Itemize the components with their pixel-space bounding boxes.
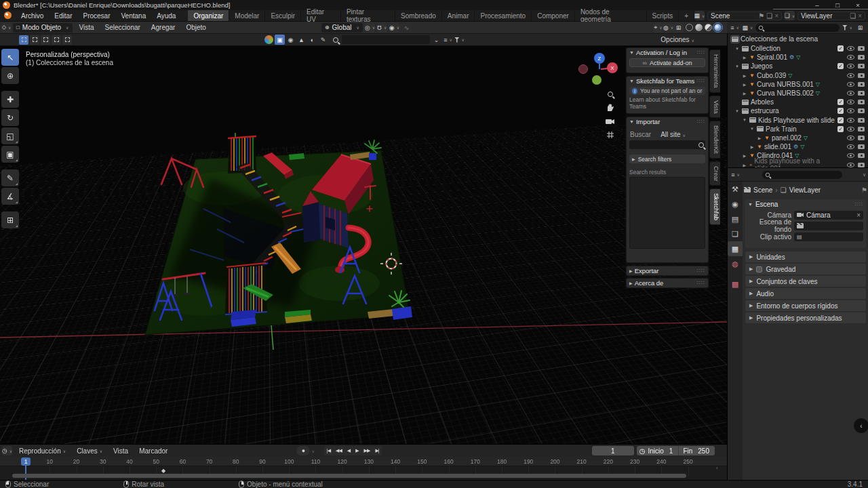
- new-collection-button[interactable]: ⊞: [855, 23, 865, 33]
- disable-in-render-icon[interactable]: [858, 163, 865, 167]
- shading-material-icon[interactable]: [705, 24, 712, 31]
- timeline-ruler[interactable]: 1020304050607080901001101201301401501601…: [0, 457, 727, 466]
- jump-to-start-button[interactable]: |◀: [324, 448, 333, 453]
- disclosure-collapsed-icon[interactable]: ▶: [742, 163, 747, 167]
- collection-checkbox[interactable]: ✓: [837, 126, 844, 132]
- panel-import-header[interactable]: ▼Importar∷∷: [627, 117, 708, 126]
- mode-selector[interactable]: □ Modo Objeto: [13, 23, 73, 33]
- playhead-line[interactable]: [25, 466, 26, 481]
- cursor-tool[interactable]: ⊕: [1, 67, 19, 84]
- prev-frame-button[interactable]: ◀: [344, 448, 353, 453]
- region-expand-button[interactable]: ‹: [853, 418, 868, 434]
- blender-menu-icon[interactable]: [0, 12, 16, 20]
- current-frame-field[interactable]: 1: [592, 446, 634, 455]
- restore-button[interactable]: □: [827, 1, 848, 9]
- disable-in-render-icon[interactable]: [858, 73, 865, 78]
- outliner-item[interactable]: ▶▼Cubo.039▽: [728, 71, 868, 80]
- outliner-item[interactable]: ▼Kids Playhouse with slide✓: [728, 116, 868, 125]
- xray-toggle-icon[interactable]: ⊞: [673, 23, 684, 33]
- disclosure-collapsed-icon[interactable]: ▶: [742, 82, 747, 87]
- outliner-item[interactable]: ▶▼Curva NURBS.001▽: [728, 80, 868, 89]
- breadcrumb-viewlayer[interactable]: ViewLayer: [789, 186, 821, 194]
- unlink-scene-icon[interactable]: ×: [774, 12, 778, 20]
- asset-type-scene-icon[interactable]: ▲: [296, 35, 307, 45]
- properties-panel-propiedades-personalizadas[interactable]: ▶Propiedades personalizadas: [745, 312, 866, 323]
- menu-editar[interactable]: Editar: [49, 10, 77, 21]
- add-workspace-button[interactable]: +: [679, 10, 694, 21]
- clear-camera-icon[interactable]: ×: [856, 211, 861, 219]
- disable-in-render-icon[interactable]: [858, 108, 865, 113]
- viewport-menu-objeto[interactable]: Objeto: [180, 24, 211, 31]
- disable-in-render-icon[interactable]: [858, 127, 865, 131]
- outliner-scene-icon[interactable]: ▦: [743, 23, 753, 33]
- select-mode-1[interactable]: [30, 35, 39, 45]
- shading-rendered-icon[interactable]: [714, 24, 722, 31]
- timeline-menu-marcador[interactable]: Marcador: [134, 447, 173, 455]
- disclosure-expanded-icon[interactable]: ▼: [734, 109, 740, 113]
- scene-panel-header[interactable]: ▼Escena ∷∷: [745, 199, 866, 209]
- outliner-item[interactable]: ▼estrucura✓: [728, 106, 868, 115]
- ortho-grid-icon[interactable]: [604, 129, 616, 141]
- workspace-tab-organizar[interactable]: Organizar: [188, 10, 229, 21]
- scene-collection-row[interactable]: Colecciones de la escena: [728, 34, 868, 44]
- end-frame-field[interactable]: 250: [692, 447, 715, 455]
- collection-checkbox[interactable]: ✓: [837, 45, 844, 52]
- playhead-chip[interactable]: 1: [21, 458, 31, 466]
- timeline-editor-type-icon[interactable]: ◷: [2, 446, 12, 455]
- disclosure-collapsed-icon[interactable]: ▶: [742, 153, 747, 158]
- workspace-tab-animar[interactable]: Animar: [442, 10, 475, 21]
- shading-solid-icon[interactable]: [695, 24, 703, 31]
- properties-options-icon[interactable]: ∨: [863, 172, 866, 178]
- menu-ayuda[interactable]: Ayuda: [151, 10, 181, 21]
- asset-type-model-icon[interactable]: ▣: [275, 35, 285, 45]
- workspace-tab-esculpir[interactable]: Esculpir: [265, 10, 301, 21]
- disclosure-collapsed-icon[interactable]: ▶: [742, 55, 747, 60]
- outliner-search-field[interactable]: [755, 24, 840, 32]
- disclosure-collapsed-icon[interactable]: ▶: [742, 73, 747, 78]
- properties-tab-output[interactable]: ▤: [728, 211, 743, 226]
- sidebar-tab-vista[interactable]: Vista: [709, 96, 720, 119]
- pan-hand-icon[interactable]: [604, 102, 616, 114]
- disclosure-expanded-icon[interactable]: ▼: [749, 127, 755, 131]
- collection-checkbox[interactable]: ✓: [837, 63, 844, 69]
- disable-in-render-icon[interactable]: [858, 100, 865, 104]
- disable-in-render-icon[interactable]: [858, 64, 865, 68]
- disable-in-render-icon[interactable]: [858, 46, 865, 51]
- outliner-item[interactable]: ▶+Kids playhouse with a slide.001: [728, 160, 868, 167]
- new-viewlayer-icon[interactable]: ❏: [850, 12, 856, 20]
- rotate-tool[interactable]: ↻: [1, 109, 19, 126]
- sidebar-tab-sketchfab[interactable]: Sketchfab: [709, 188, 720, 225]
- keying-set-dropdown-icon[interactable]: ∨: [311, 449, 314, 453]
- shading-wireframe-icon[interactable]: [686, 24, 693, 31]
- panel-checkbox[interactable]: [756, 266, 762, 272]
- sidebar-tab-blenderkit[interactable]: BlenderKit: [709, 121, 720, 159]
- menu-archivo[interactable]: Archivo: [16, 10, 49, 21]
- hide-in-viewport-icon[interactable]: [847, 82, 854, 87]
- sidebar-tab-crear[interactable]: Crear: [709, 161, 720, 186]
- viewport-3d[interactable]: Personalizada (perspectiva) (1) Coleccio…: [0, 46, 727, 444]
- timeline-menu-reproducción[interactable]: Reproducción: [14, 447, 71, 455]
- camera-field[interactable]: Cámara ×: [794, 211, 863, 220]
- workspace-tab-nodos-de-geometría[interactable]: Nodos de geometría: [575, 10, 647, 21]
- panel-export-header[interactable]: ▶Exportar∷∷: [627, 266, 708, 275]
- jump-to-end-button[interactable]: ▶|: [372, 448, 381, 453]
- tool-options-dropdown[interactable]: Opciones: [660, 36, 694, 43]
- disclosure-collapsed-icon[interactable]: ▶: [757, 136, 762, 140]
- disable-in-render-icon[interactable]: [858, 136, 865, 140]
- start-frame-field[interactable]: 1: [664, 447, 679, 455]
- add-cube-tool[interactable]: ⊞: [1, 211, 19, 228]
- pin-icon[interactable]: ⚑: [758, 12, 764, 20]
- timeline-menu-vista[interactable]: Vista: [108, 447, 134, 455]
- hide-in-viewport-icon[interactable]: [847, 108, 854, 113]
- panel-teams-header[interactable]: ▼Sketchfab for Teams∷∷: [627, 77, 708, 85]
- search-filters-row[interactable]: ▶Search filters: [629, 155, 705, 163]
- scene-browse-icon[interactable]: ▦: [694, 11, 705, 20]
- falloff-curve-icon[interactable]: ∿: [401, 23, 412, 33]
- collection-checkbox[interactable]: ✓: [837, 108, 844, 114]
- properties-panel-conjuntos-de-claves[interactable]: ▶Conjuntos de claves: [745, 276, 866, 287]
- next-keyframe-button[interactable]: ▶▶: [361, 448, 373, 453]
- scale-tool[interactable]: ◱: [1, 127, 19, 144]
- breadcrumb-scene[interactable]: Scene: [753, 186, 772, 194]
- collection-checkbox[interactable]: ✓: [837, 99, 844, 105]
- minimize-button[interactable]: –: [807, 1, 827, 9]
